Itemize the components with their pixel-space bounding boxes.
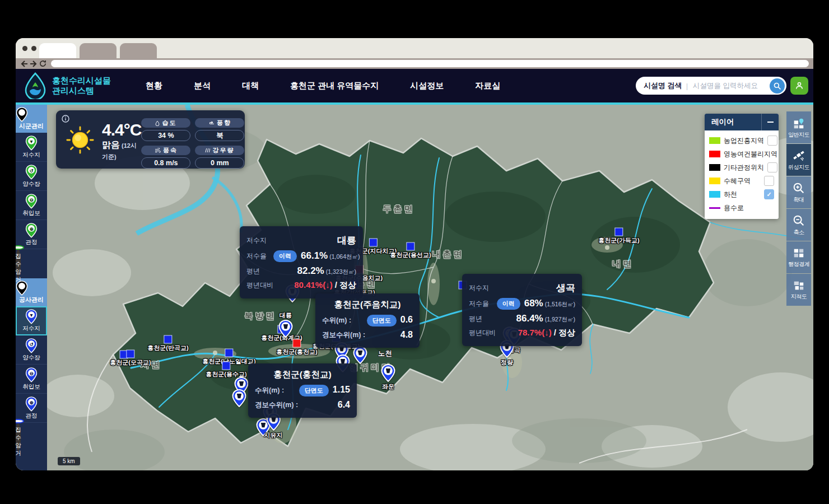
- sidebar-row[interactable]: 공사관리: [16, 278, 47, 306]
- weather-stats: 습도 34 % 풍향 북 풍속 0.8 m/s 강우량 0 mm: [141, 118, 244, 169]
- facility-pin-icon: ▼: [25, 136, 38, 151]
- admin-boundary-button[interactable]: 행정경계: [786, 241, 811, 273]
- app-title: 홍천수리시설물 관리시스템: [52, 76, 111, 95]
- sidebar-row[interactable]: ⊖ 취입보: [16, 365, 47, 394]
- sidebar-row[interactable]: 집수암거: [16, 249, 21, 278]
- map-marker[interactable]: 대룡: [278, 311, 293, 338]
- facility-pin-icon: ↺: [25, 165, 38, 180]
- layer-row: 영농여건불리지역: [709, 147, 774, 161]
- nav-item[interactable]: 시설정보: [394, 81, 459, 91]
- sidebar-item-label: 취입보: [22, 383, 40, 391]
- minus-icon: [767, 122, 774, 123]
- facility-pin-icon: ⊕: [25, 396, 38, 412]
- map-marker[interactable]: 홍천군(용선교): [390, 243, 431, 259]
- sun-icon: [65, 125, 95, 169]
- search-input[interactable]: [692, 81, 770, 90]
- cross-section-button[interactable]: 단면도: [367, 315, 397, 326]
- average-rate-value: 82.2%: [297, 265, 324, 277]
- layer-swatch: [709, 178, 720, 184]
- nav-item[interactable]: 대책: [226, 81, 274, 91]
- search-button[interactable]: [770, 78, 785, 94]
- collapse-layers-button[interactable]: [761, 114, 779, 130]
- sidebar-row[interactable]: ⊕ 관정: [16, 394, 47, 423]
- svg-text:↺: ↺: [29, 341, 33, 347]
- square-marker-icon: [225, 349, 232, 357]
- cross-section-button[interactable]: 단면도: [299, 385, 329, 396]
- basemap-satellite-button[interactable]: 위성지도: [786, 144, 811, 176]
- storage-volume: (1,516천㎥): [545, 301, 575, 309]
- window-dot[interactable]: [22, 46, 27, 51]
- history-button[interactable]: 이력: [497, 298, 520, 310]
- info-icon[interactable]: [62, 115, 69, 123]
- square-marker-icon: [164, 336, 171, 343]
- layer-row: 용수로: [709, 201, 774, 214]
- map-marker[interactable]: 좌운: [381, 364, 395, 391]
- browser-tab-active[interactable]: [39, 43, 76, 58]
- marker-label: 홍천군(모곡교): [110, 358, 151, 367]
- region-label: 두촌면: [383, 204, 415, 214]
- browser-tab[interactable]: [80, 43, 117, 58]
- browser-tab[interactable]: [120, 43, 157, 58]
- search-divider: |: [686, 82, 688, 90]
- zoom-in-button[interactable]: 확대: [786, 176, 811, 208]
- layer-checkbox[interactable]: [764, 189, 774, 199]
- zoom-out-button[interactable]: 축소: [786, 209, 811, 241]
- cadastral-map-icon: [792, 279, 805, 292]
- sidebar-item-label: 양수장: [22, 180, 40, 188]
- layer-label: 용수로: [724, 203, 761, 213]
- alert-level-value: 4.8: [400, 330, 413, 340]
- nav-item[interactable]: 홍천군 관내 유역물수지: [274, 81, 394, 91]
- basemap-normal-button[interactable]: 일반지도: [786, 111, 811, 143]
- layer-row: 하천: [709, 188, 774, 201]
- forward-icon[interactable]: [30, 60, 38, 67]
- sidebar-row[interactable]: ▼ 저수지: [16, 306, 47, 335]
- map-marker[interactable]: 홍천군(용수교): [206, 362, 246, 379]
- station-title: 홍천군(주음치교): [322, 299, 413, 311]
- map-marker[interactable]: 홍천군(홍천교): [276, 340, 317, 356]
- map-marker[interactable]: 홍천군(가득교): [598, 228, 639, 245]
- sidebar-row[interactable]: ↺ 양수장: [16, 162, 47, 191]
- login-user-button[interactable]: [790, 77, 808, 95]
- nav-item[interactable]: 현황: [130, 81, 178, 91]
- weather-condition: 맑음: [102, 140, 120, 150]
- nav-item[interactable]: 분석: [178, 81, 226, 91]
- cadastral-map-button[interactable]: 지적도: [786, 274, 811, 306]
- app-logo[interactable]: 홍천수리시설물 관리시스템: [24, 72, 111, 99]
- layer-checkbox[interactable]: [764, 176, 774, 186]
- sidebar-item-label: 시군관리: [19, 123, 44, 129]
- sidebar-row[interactable]: ⊕ 관정: [16, 220, 47, 249]
- reservoir-pin-icon: [232, 389, 246, 407]
- history-button[interactable]: 이력: [273, 250, 297, 262]
- sidebar-row[interactable]: 시군관리: [16, 105, 47, 133]
- map-marker[interactable]: 홍천군(반곡교): [147, 336, 188, 352]
- facility-pin-icon: [16, 107, 28, 122]
- storage-rate-value: 68%: [524, 298, 543, 309]
- map-canvas[interactable]: 두촌면 내촌면 내면 서면 북방면 화촌면 영귀미면 노천: [47, 105, 813, 470]
- average-volume: (1,323천㎥): [326, 268, 356, 276]
- back-icon[interactable]: [20, 60, 28, 67]
- alert-level-value: 6.4: [338, 400, 350, 410]
- layer-checkbox[interactable]: [767, 136, 777, 146]
- sidebar-item-label: 집수암거: [16, 253, 21, 284]
- marker-label: 시유지: [264, 431, 283, 440]
- map-controls: 일반지도 위성지도 확대: [786, 111, 811, 306]
- svg-text:⊕: ⊕: [29, 399, 33, 405]
- map-marker[interactable]: 홍천군(모곡교): [110, 351, 151, 367]
- facility-pin-icon: ⊖: [25, 194, 38, 209]
- layer-row: 농업진흥지역: [709, 134, 774, 147]
- refresh-icon[interactable]: [39, 60, 46, 67]
- reservoir-popup-saenggok: 저수지생곡 저수율 이력68%(1,516천㎥) 평년 86.4%(1,927천…: [462, 274, 582, 346]
- sidebar-row[interactable]: ↺ 양수장: [16, 335, 47, 365]
- nav-item[interactable]: 자료실: [459, 81, 516, 91]
- reservoir-type-label: 저수지: [469, 283, 489, 293]
- layer-swatch: [709, 207, 720, 209]
- url-bar[interactable]: [51, 60, 809, 67]
- sidebar-row[interactable]: 집수암거: [16, 423, 21, 452]
- layer-swatch: [709, 151, 720, 157]
- map-marker[interactable]: [353, 346, 367, 364]
- window-dot[interactable]: [31, 46, 36, 51]
- sidebar-row[interactable]: ▼ 저수지: [16, 133, 47, 162]
- map-marker[interactable]: [232, 389, 246, 407]
- layer-checkbox[interactable]: [767, 162, 777, 172]
- sidebar-row[interactable]: ⊖ 취입보: [16, 191, 47, 220]
